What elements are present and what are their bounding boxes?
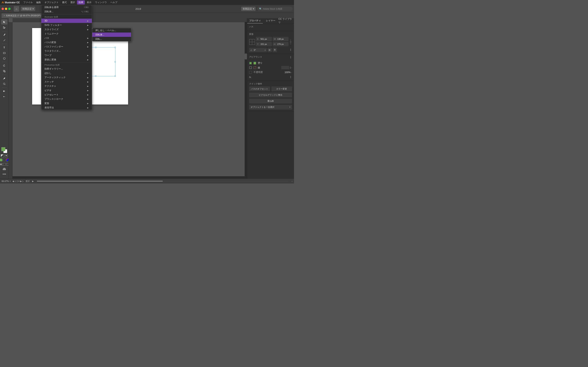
chevron-right-status[interactable]: › [292, 180, 292, 182]
more-fx-options[interactable] [289, 76, 292, 79]
tab-layers[interactable]: レイヤー [263, 18, 279, 24]
nav-back-btn[interactable]: ◁ [15, 180, 16, 183]
menu-select[interactable]: 選択 [69, 0, 77, 5]
lock-aspect[interactable] [289, 39, 292, 45]
angle-field[interactable]: ∠ 0° ▾ [249, 48, 267, 52]
more-appearance-options[interactable] [289, 56, 292, 59]
menu-edit[interactable]: 編集 [35, 0, 42, 5]
swatch-icon[interactable] [3, 163, 6, 166]
x-value: 561 px [260, 38, 267, 40]
ellipse-tool[interactable] [1, 56, 8, 61]
menu-file[interactable]: ファイル [22, 0, 34, 5]
pen-tool[interactable] [1, 32, 8, 37]
preset-dropdown[interactable]: 初期設定 ▾ [241, 7, 256, 11]
zoom-tool[interactable] [1, 81, 8, 86]
nav-next-btn[interactable]: ▷ [22, 180, 24, 183]
tab-cc-libraries[interactable]: CC ライブラリ [278, 18, 294, 24]
color-change-btn[interactable]: カラー変更 [271, 86, 292, 91]
document-tab[interactable]: ✕ 名称未設定-1* @ 66.67% (RGB/GPU プレビュー … [1, 13, 57, 18]
stroke-color-chip[interactable] [253, 66, 256, 69]
path-offset-btn[interactable]: パスのオフセット [249, 86, 270, 91]
svg-point-29 [290, 57, 291, 58]
none-swatch[interactable] [1, 154, 4, 158]
color-swatches: ⬛ [0, 147, 9, 177]
zoom-control[interactable]: 66.67% ▾ [1, 180, 11, 183]
stroke-row[interactable]: 線 ▲ ▼ › [249, 65, 292, 70]
fill-row[interactable]: 塗り [249, 61, 292, 65]
swap-colors[interactable] [5, 154, 8, 158]
minimize-button[interactable] [5, 8, 7, 10]
svg-point-28 [290, 56, 291, 57]
scrollbar-vertical[interactable] [245, 22, 247, 179]
more-tools-icon[interactable] [2, 173, 6, 176]
chevron-down-icon-angle[interactable]: ▾ [265, 49, 266, 51]
tab-properties[interactable]: プロパティ [247, 18, 263, 24]
color-mode-icon[interactable] [0, 163, 2, 166]
page-number: 1 [17, 180, 18, 182]
close-button[interactable] [1, 8, 4, 10]
gradient-tool[interactable] [1, 89, 8, 94]
menu-help[interactable]: ヘルプ [109, 0, 119, 5]
nav-play-btn[interactable]: ▶ [20, 180, 22, 183]
opacity-row: 不透明度 100% › [249, 70, 292, 75]
fill-checkbox[interactable] [249, 62, 252, 65]
tab-close-icon[interactable]: ✕ [4, 15, 5, 17]
tool-separator-4 [2, 75, 7, 75]
y-field[interactable]: Y: 331 px [256, 42, 272, 46]
fx-row: fx. [249, 75, 292, 79]
stroke-weight-stepper[interactable]: ▲ ▼ [290, 66, 291, 69]
menu-view[interactable]: 表示 [85, 0, 93, 5]
pencil-tool[interactable] [1, 38, 8, 43]
pixel-grid-btn[interactable]: ピクセルグリッドに整合 [249, 92, 292, 97]
w-field[interactable]: W: 138 px [273, 37, 289, 41]
type-tool[interactable]: T [1, 45, 8, 50]
chevron-down-icon-page[interactable]: ▾ [18, 180, 20, 183]
stock-search-bar[interactable]: 🔍 Adobe Stock を検索 [257, 7, 292, 11]
scale-tool[interactable] [1, 69, 8, 74]
workspace-dropdown[interactable]: 初期設定 ▾ [21, 7, 35, 11]
opacity-checkbox[interactable] [249, 71, 252, 74]
nav-prev-btn[interactable]: ◀ [12, 180, 14, 183]
flip-vertical[interactable] [273, 48, 277, 52]
menu-text[interactable]: 書式 [61, 0, 68, 5]
select-tool[interactable] [1, 19, 8, 25]
flip-horizontal[interactable] [267, 48, 272, 52]
status-arrow-btn[interactable]: ▶ [32, 180, 34, 183]
menu-object[interactable]: オブジェクト [43, 0, 60, 5]
fill-icon[interactable] [0, 158, 2, 161]
chevron-down-icon-zoom[interactable]: ▾ [10, 180, 11, 183]
transform-reference-point[interactable] [249, 39, 255, 45]
color-swatch-pair[interactable] [1, 147, 7, 153]
menu-bar: Ai Illustrator CC ファイル 編集 オブジェクト 書式 選択 効… [0, 0, 294, 5]
stroke-checkbox[interactable] [249, 66, 252, 69]
svg-rect-32 [250, 67, 251, 69]
more-transform-options[interactable] [289, 49, 292, 52]
title-bar: ⌂ 初期設定 ▾ 2019 初期設定 ▾ 🔍 Adobe Stock を検索 [0, 5, 294, 13]
eyedropper-tool[interactable] [1, 76, 8, 81]
menu-effect[interactable]: 効果 [77, 0, 85, 5]
scrollbar-horizontal[interactable] [13, 176, 245, 179]
layers-icon[interactable] [2, 168, 6, 171]
scrollbar-vertical-thumb[interactable] [245, 53, 247, 59]
chevron-right-opacity[interactable]: › [291, 71, 292, 74]
h-field[interactable]: H: 276 px [273, 42, 289, 46]
stroke-weight-field[interactable] [281, 66, 289, 69]
shape-tool[interactable] [1, 50, 8, 56]
x-field[interactable]: X: 561 px [256, 37, 272, 41]
direct-select-tool[interactable] [1, 25, 8, 30]
chevron-right-stroke[interactable]: › [291, 67, 292, 69]
svg-point-30 [290, 58, 291, 58]
appearance-label: アピアランス [249, 56, 262, 58]
menu-window[interactable]: ウィンドウ [93, 0, 108, 5]
maximize-button[interactable] [8, 8, 11, 10]
svg-rect-14 [3, 170, 6, 170]
canvas-area[interactable] [9, 18, 247, 179]
rotate-tool[interactable] [1, 63, 8, 68]
blend-tool[interactable] [1, 94, 8, 99]
foreground-swatch[interactable] [1, 147, 5, 151]
stroke-icon[interactable] [3, 158, 6, 161]
stack-order-btn[interactable]: 重ね順 [249, 99, 292, 103]
select-all-btn[interactable]: オブジェクトを一括選択 ▾ [249, 105, 292, 110]
fill-color-chip[interactable] [253, 62, 256, 65]
home-button[interactable]: ⌂ [14, 6, 19, 12]
